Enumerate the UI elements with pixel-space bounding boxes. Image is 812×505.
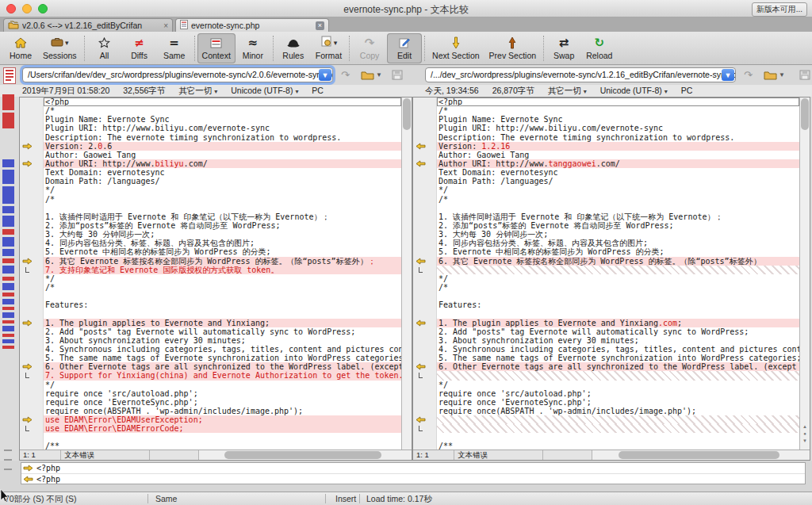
code-line[interactable]: 1. 该插件同时适用于 Evernote 和 印象笔记（以下统一称为 Evern… bbox=[20, 212, 401, 221]
right-code-view[interactable]: <?php/*Plugin Name: Evernote SyncPlugin … bbox=[413, 98, 799, 450]
code-line[interactable]: Text Domain: evernotesync bbox=[20, 168, 401, 177]
scrollbar-thumb[interactable] bbox=[619, 451, 779, 459]
code-line[interactable]: use EDAM\Error\EDAMErrorCode; bbox=[20, 424, 401, 433]
tab-text-compare[interactable]: evernote-sync.php × bbox=[175, 18, 329, 32]
home-button[interactable]: Home bbox=[3, 33, 38, 63]
code-line[interactable]: Description: The evernote timing synchro… bbox=[413, 133, 799, 142]
code-line[interactable]: Text Domain: evernotesync bbox=[413, 168, 799, 177]
code-line[interactable]: 2. Add "posts" tag Evernote will automat… bbox=[20, 327, 401, 336]
code-line[interactable]: 2. 添加“posts”标签的 Evernote 将自动同步至 WordPres… bbox=[413, 221, 799, 230]
browse-folder-icon[interactable] bbox=[764, 69, 777, 83]
code-line[interactable]: Features: bbox=[20, 300, 401, 309]
code-line[interactable]: 7. Support for Yinxiang(china) and Evern… bbox=[20, 371, 401, 380]
rules-button[interactable]: Rules bbox=[276, 33, 311, 63]
code-line[interactable]: Plugin URI: http://www.biliyu.com/everno… bbox=[20, 124, 401, 132]
code-line[interactable]: require_once 'EvernoteSync.php'; bbox=[413, 398, 799, 407]
code-line[interactable]: 6. 其它 Evernote 标签按名称全部同步为 WordPress 的标签。… bbox=[20, 257, 401, 266]
code-line[interactable]: */ bbox=[413, 381, 799, 389]
chevron-down-icon[interactable]: ▼ bbox=[722, 69, 734, 81]
code-line[interactable]: <?php bbox=[20, 98, 401, 106]
code-line[interactable]: 3. 大约每 30 分钟同步一次; bbox=[20, 230, 401, 239]
code-line[interactable]: Plugin Name: Evernote Sync bbox=[413, 115, 799, 124]
code-line[interactable] bbox=[413, 415, 799, 424]
left-horizontal-scrollbar[interactable] bbox=[199, 450, 412, 460]
code-line[interactable]: 5. Evernote 中相同名称的标签同步为 WordPress 的分类; bbox=[413, 247, 799, 256]
code-line[interactable] bbox=[413, 309, 799, 318]
code-line[interactable] bbox=[413, 424, 799, 433]
code-line[interactable] bbox=[20, 292, 401, 300]
code-line[interactable]: 7. 支持印象笔记和 Evernote 国际版授权的方式获取 token。 bbox=[20, 266, 401, 274]
code-line[interactable]: /* bbox=[20, 283, 401, 292]
code-line[interactable]: 3. About synchronization every 30 minute… bbox=[413, 336, 799, 345]
code-line[interactable]: require_once 'EvernoteSync.php'; bbox=[20, 398, 401, 407]
code-line[interactable]: 2. Add "posts" tag Evernote will automat… bbox=[413, 327, 799, 336]
code-line[interactable] bbox=[20, 433, 401, 442]
code-line[interactable]: Version: 1.2.16 bbox=[413, 142, 799, 151]
code-line[interactable]: */ bbox=[20, 381, 401, 389]
new-version-button[interactable]: 新版本可用... bbox=[752, 2, 807, 17]
reload-button[interactable]: ↻ Reload bbox=[581, 33, 617, 63]
code-line[interactable]: Author: Gaowei Tang bbox=[20, 151, 401, 159]
code-line[interactable]: require_once 'src/autoload.php'; bbox=[20, 389, 401, 398]
minor-button[interactable]: ≈ Minor bbox=[236, 33, 270, 63]
format-button[interactable]: ▾ Format bbox=[311, 33, 347, 63]
prev-section-button[interactable]: Prev Section bbox=[485, 33, 542, 63]
code-line[interactable]: Author URI: http://www.tanggaowei.com/ bbox=[413, 159, 799, 168]
code-line[interactable]: 3. About synchronization every 30 minute… bbox=[20, 336, 401, 345]
code-line[interactable]: require_once(ABSPATH . 'wp-admin/include… bbox=[413, 407, 799, 415]
right-path-combo[interactable]: /.../dev_src/wordpress/plugins/evernote-… bbox=[425, 67, 736, 82]
code-line[interactable]: /* bbox=[413, 106, 799, 115]
left-code-view[interactable]: <?php/*Plugin Name: Evernote SyncPlugin … bbox=[20, 98, 401, 450]
scrollbar-thumb[interactable] bbox=[801, 98, 809, 130]
code-line[interactable]: Author: Gaowei Tang bbox=[413, 151, 799, 159]
code-line[interactable]: 4. 同步内容包括分类、标签、标题、内容及其包含的图片; bbox=[413, 239, 799, 247]
edit-button[interactable]: Edit bbox=[387, 33, 422, 63]
right-filter-dropdown[interactable]: 其它一切 bbox=[548, 86, 587, 95]
tab-session-list[interactable]: v2.0.6 <--> v1.2.16_editByCrifan × bbox=[3, 18, 173, 32]
code-line[interactable]: Author URI: http://www.biliyu.com/ bbox=[20, 159, 401, 168]
diff-overview-map[interactable] bbox=[0, 91, 19, 461]
code-line[interactable]: 4. 同步内容包括分类、标签、标题、内容及其包含的图片; bbox=[20, 239, 401, 247]
code-line[interactable]: /* bbox=[413, 283, 799, 292]
scrollbar-thumb[interactable] bbox=[403, 98, 411, 130]
code-line[interactable]: /* bbox=[20, 106, 401, 115]
code-line[interactable]: 6. 其它 Evernote 标签按名称全部同步为 WordPress 的标签。… bbox=[413, 257, 799, 266]
code-line[interactable]: */ bbox=[20, 186, 401, 194]
code-line[interactable]: 5. Evernote 中相同名称的标签同步为 WordPress 的分类; bbox=[20, 247, 401, 256]
left-line-detail[interactable]: <?php bbox=[21, 463, 805, 473]
scrollbar-thumb[interactable] bbox=[224, 451, 381, 459]
code-line[interactable] bbox=[20, 309, 401, 318]
code-line[interactable]: */ bbox=[413, 274, 799, 283]
left-path-combo[interactable]: /Users/crifan/dev/dev_src/wordpress/plug… bbox=[22, 67, 333, 82]
right-line-detail[interactable]: <?php bbox=[21, 473, 805, 484]
close-tab-icon[interactable]: × bbox=[316, 21, 324, 30]
left-filter-dropdown[interactable]: 其它一切 bbox=[178, 86, 217, 95]
scroll-to-diff-buttons[interactable]: ▲●▼ bbox=[800, 423, 810, 445]
right-encoding-dropdown[interactable]: Unicode (UTF-8) bbox=[600, 86, 668, 95]
left-encoding-dropdown[interactable]: Unicode (UTF-8) bbox=[231, 86, 298, 95]
code-line[interactable]: /** bbox=[20, 442, 401, 450]
code-line[interactable]: /* bbox=[413, 195, 799, 204]
sessions-button[interactable]: ▾ Sessions bbox=[38, 33, 82, 63]
show-all-button[interactable]: All bbox=[87, 33, 122, 63]
code-line[interactable]: require_once(ABSPATH . 'wp-admin/include… bbox=[20, 407, 401, 415]
code-line[interactable]: 1. The plugin applies to Evernote and Yi… bbox=[413, 319, 799, 327]
left-vertical-scrollbar[interactable] bbox=[401, 98, 412, 450]
code-line[interactable]: 5. The same name tags of Evernote synchr… bbox=[413, 354, 799, 362]
right-horizontal-scrollbar[interactable] bbox=[592, 450, 810, 460]
code-line[interactable]: 4. Synchronous including categories, tag… bbox=[20, 345, 401, 354]
code-line[interactable]: Features: bbox=[413, 300, 799, 309]
code-line[interactable]: 2. 添加“posts”标签的 Evernote 将自动同步至 WordPres… bbox=[20, 221, 401, 230]
code-line[interactable]: Version: 2.0.6 bbox=[20, 142, 401, 151]
code-line[interactable]: */ bbox=[413, 186, 799, 194]
code-line[interactable]: require_once 'src/autoload.php'; bbox=[413, 389, 799, 398]
code-line[interactable]: Plugin Name: Evernote Sync bbox=[20, 115, 401, 124]
code-line[interactable] bbox=[413, 371, 799, 380]
code-line[interactable]: 1. 该插件同时适用于 Evernote 和 印象笔记（以下统一称为 Evern… bbox=[413, 212, 799, 221]
code-line[interactable]: /** bbox=[413, 442, 799, 450]
code-line[interactable]: 5. The same name tags of Evernote synchr… bbox=[20, 354, 401, 362]
chevron-down-icon[interactable]: ▼ bbox=[319, 69, 331, 81]
code-line[interactable] bbox=[20, 204, 401, 212]
code-line[interactable]: Domain Path: /languages/ bbox=[20, 177, 401, 186]
code-line[interactable] bbox=[413, 204, 799, 212]
